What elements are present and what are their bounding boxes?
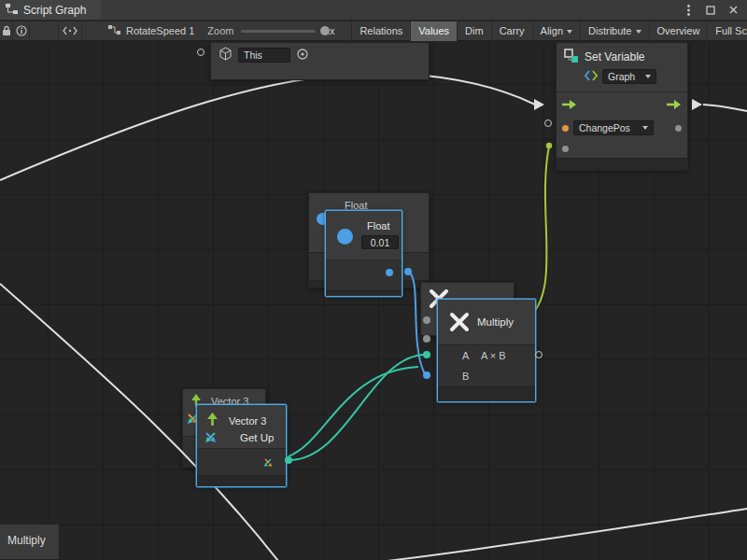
graph-asset-icon: [108, 24, 121, 37]
script-graph-icon: [6, 4, 18, 17]
float-node[interactable]: Float 0.01: [325, 210, 402, 297]
carry-button[interactable]: Carry: [491, 21, 532, 41]
overview-button[interactable]: Overview: [649, 21, 708, 41]
float-ghost-output-port[interactable]: [404, 268, 412, 275]
caret-down-icon: [636, 30, 641, 34]
set-variable-left-port[interactable]: [544, 119, 552, 127]
flow-input-arrow-icon[interactable]: [562, 99, 577, 112]
variable-output-port[interactable]: [675, 125, 682, 132]
variable-name-port[interactable]: [562, 125, 569, 132]
graph-name: RotateSpeed 1: [126, 25, 194, 36]
info-icon[interactable]: [13, 21, 30, 41]
distribute-dropdown-button[interactable]: Distribute: [580, 21, 648, 41]
flow-output-arrow-icon[interactable]: [667, 99, 682, 112]
float-value: 0.01: [371, 237, 389, 248]
graph-scope-icon: [585, 70, 598, 83]
offscreen-multiply-node[interactable]: Multiply: [0, 524, 60, 560]
lock-icon[interactable]: [0, 21, 13, 41]
this-node[interactable]: This: [210, 42, 430, 80]
multiply-ghost-port-a[interactable]: [423, 316, 430, 324]
multiply-input-b-label: B: [462, 371, 469, 382]
gameobject-cube-icon: [218, 47, 233, 63]
dim-button[interactable]: Dim: [457, 21, 491, 41]
values-button[interactable]: Values: [410, 21, 457, 41]
caret-down-icon: [567, 30, 572, 34]
scope-value: Graph: [608, 71, 641, 82]
multiply-port-a[interactable]: [423, 351, 430, 358]
multiply-icon: [449, 312, 470, 334]
float-type-icon: [337, 229, 353, 245]
up-arrow-icon: [206, 413, 218, 428]
float-value-field[interactable]: 0.01: [361, 235, 399, 249]
vector3-type-icon: [204, 431, 217, 445]
get-up-type-title: Vector 3: [229, 415, 266, 427]
set-variable-node[interactable]: Set Variable Graph: [556, 42, 688, 171]
float-output-port[interactable]: [386, 269, 393, 276]
set-variable-title: Set Variable: [585, 50, 644, 63]
offscreen-node-title: Multiply: [7, 534, 46, 547]
caret-down-icon: [642, 126, 648, 130]
graph-canvas[interactable]: This Set Variable: [0, 42, 747, 560]
target-picker-icon[interactable]: [296, 48, 309, 63]
float-title: Float: [367, 220, 389, 231]
window-title: Script Graph: [23, 4, 86, 17]
multiply-ghost-port-b[interactable]: [423, 335, 430, 343]
get-up-title: Get Up: [240, 432, 274, 443]
zoom-slider-knob[interactable]: [320, 26, 330, 35]
graph-breadcrumb[interactable]: RotateSpeed 1: [108, 24, 194, 37]
multiply-node[interactable]: Multiply A A × B B: [437, 299, 536, 402]
set-variable-icon: [564, 49, 579, 65]
get-up-output-port[interactable]: [285, 456, 292, 464]
graph-toolbar: RotateSpeed 1 Zoom 1x Relations Values D…: [0, 21, 747, 41]
this-output-port[interactable]: [197, 49, 204, 56]
window-controls: [682, 4, 747, 17]
zoom-label: Zoom: [207, 25, 233, 36]
float-footer: [326, 290, 402, 296]
close-icon[interactable]: [726, 4, 740, 17]
multiply-port-b[interactable]: [423, 371, 430, 379]
get-up-footer: [197, 475, 286, 486]
vector3-mini-icon: [263, 458, 273, 469]
get-up-node[interactable]: Vector 3 Get Up: [196, 404, 287, 487]
this-object-field[interactable]: This: [238, 48, 290, 63]
variable-scope-dropdown[interactable]: Graph: [602, 69, 656, 84]
multiply-footer: [438, 386, 535, 401]
relations-button[interactable]: Relations: [351, 21, 410, 41]
variable-name-dropdown[interactable]: ChangePos: [573, 120, 654, 135]
script-graph-tab[interactable]: Script Graph: [0, 0, 101, 20]
variable-name-value: ChangePos: [579, 122, 639, 133]
value-input-port[interactable]: [562, 146, 569, 152]
title-bar: Script Graph: [0, 0, 747, 21]
align-dropdown-button[interactable]: Align: [532, 21, 580, 41]
set-variable-footer: [557, 158, 687, 170]
multiply-input-a-label: A: [462, 350, 469, 361]
multiply-title: Multiply: [477, 316, 514, 328]
zoom-slider[interactable]: [241, 30, 315, 33]
toolbar-buttons: Relations Values Dim Carry Align Distrib…: [351, 21, 747, 41]
fullscreen-button[interactable]: Full Screen: [707, 21, 747, 41]
multiply-output-label: A × B: [481, 350, 506, 361]
code-view-icon[interactable]: [58, 21, 82, 41]
caret-down-icon: [645, 75, 651, 78]
maximize-icon[interactable]: [704, 4, 717, 17]
multiply-output-port[interactable]: [535, 351, 543, 358]
kebab-menu-icon[interactable]: [682, 4, 695, 17]
script-graph-window: Script Graph RotateSp: [0, 0, 747, 560]
this-field-value: This: [244, 49, 262, 61]
